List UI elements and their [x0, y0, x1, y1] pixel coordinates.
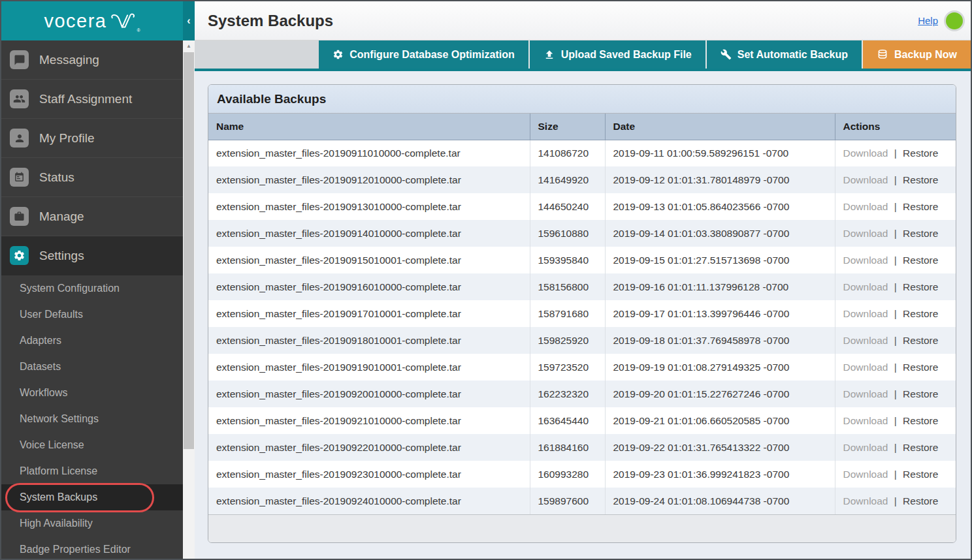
upload-saved-backup-file-button[interactable]: Upload Saved Backup File	[528, 40, 705, 69]
restore-link[interactable]: Restore	[903, 388, 938, 399]
sidebar-item-manage[interactable]: Manage	[1, 197, 183, 236]
backup-row: extension_master_files-20190914010000-co…	[208, 220, 956, 247]
sidebar-rail: ‹ ▲	[183, 1, 195, 559]
sidebar-subitem-high-availability[interactable]: High Availability	[1, 510, 183, 537]
action-separator: |	[894, 174, 897, 185]
download-link[interactable]: Download	[843, 495, 888, 506]
action-separator: |	[894, 415, 897, 426]
download-link[interactable]: Download	[843, 228, 888, 239]
backup-date-cell: 2019-09-17 01:01:13.399796446 -0700	[605, 300, 835, 327]
restore-link[interactable]: Restore	[903, 469, 938, 480]
sidebar-item-status[interactable]: Status	[1, 158, 183, 197]
download-link[interactable]: Download	[843, 362, 888, 373]
set-automatic-backup-button[interactable]: Set Automatic Backup	[705, 40, 862, 69]
toolbar: Configure Database Optimization Upload S…	[195, 40, 971, 71]
backup-table-body: extension_master_files-20190911010000-co…	[208, 140, 956, 514]
restore-link[interactable]: Restore	[903, 442, 938, 453]
restore-link[interactable]: Restore	[903, 201, 938, 212]
restore-link[interactable]: Restore	[903, 495, 938, 506]
configure-database-optimization-button[interactable]: Configure Database Optimization	[319, 40, 528, 69]
sidebar-item-staff-assignment[interactable]: Staff Assignment	[1, 80, 183, 119]
backup-size-cell: 141649920	[530, 166, 605, 193]
backup-row: extension_master_files-20190913010000-co…	[208, 193, 956, 220]
download-link[interactable]: Download	[843, 469, 888, 480]
backup-actions-cell: Download | Restore	[835, 247, 956, 273]
sidebar-item-label: Manage	[39, 210, 84, 224]
backup-actions-cell: Download | Restore	[835, 354, 956, 381]
download-link[interactable]: Download	[843, 308, 888, 319]
scrollbar-up-button[interactable]: ▲	[183, 40, 195, 52]
backup-date-cell: 2019-09-11 01:00:59.589296151 -0700	[605, 140, 835, 166]
download-link[interactable]: Download	[843, 335, 888, 346]
help-link[interactable]: Help	[918, 15, 938, 26]
backup-actions-cell: Download | Restore	[835, 300, 956, 327]
sidebar-subitem-user-defaults[interactable]: User Defaults	[1, 302, 183, 328]
column-header-name: Name	[208, 114, 530, 140]
sidebar-subitem-platform-license[interactable]: Platform License	[1, 458, 183, 484]
backup-size-cell: 161884160	[530, 434, 605, 461]
sidebar-subitem-badge-properties-editor[interactable]: Badge Properties Editor	[1, 537, 183, 559]
backup-name-cell: extension_master_files-20190924010000-co…	[208, 488, 530, 514]
sidebar-item-messaging[interactable]: Messaging	[1, 40, 183, 80]
restore-link[interactable]: Restore	[903, 308, 938, 319]
download-link[interactable]: Download	[843, 148, 888, 159]
sidebar-item-label: My Profile	[39, 131, 94, 146]
restore-link[interactable]: Restore	[903, 362, 938, 373]
subitem-label: User Defaults	[20, 309, 83, 320]
backup-date-cell: 2019-09-14 01:01:03.380890877 -0700	[605, 220, 835, 247]
download-link[interactable]: Download	[843, 174, 888, 185]
sidebar-subitem-adapters[interactable]: Adapters	[1, 328, 183, 354]
restore-link[interactable]: Restore	[903, 174, 938, 185]
sidebar-item-my-profile[interactable]: My Profile	[1, 119, 183, 158]
chat-bubble-icon	[10, 50, 29, 69]
backup-actions-cell: Download | Restore	[835, 273, 956, 300]
sidebar-subitem-network-settings[interactable]: Network Settings	[1, 406, 183, 432]
column-header-size: Size	[530, 114, 605, 140]
sidebar-collapse-button[interactable]: ‹	[183, 1, 195, 40]
backup-name-cell: extension_master_files-20190913010000-co…	[208, 193, 530, 220]
backup-size-cell: 144650240	[530, 193, 605, 220]
backup-actions-cell: Download | Restore	[835, 193, 956, 220]
backup-row: extension_master_files-20190911010000-co…	[208, 140, 956, 166]
download-link[interactable]: Download	[843, 442, 888, 453]
app-window: { "brand": { "logo_text": "vocera", "reg…	[0, 0, 972, 560]
vocera-logo-mark-icon	[109, 12, 137, 31]
backup-date-cell: 2019-09-19 01:01:08.279149325 -0700	[605, 354, 835, 381]
briefcase-icon	[10, 207, 29, 226]
backup-name-cell: extension_master_files-20190918010001-co…	[208, 327, 530, 354]
vocera-logo-text: vocera	[44, 10, 106, 32]
backup-row: extension_master_files-20190915010001-co…	[208, 247, 956, 273]
scrollbar-thumb[interactable]	[184, 52, 194, 449]
download-link[interactable]: Download	[843, 201, 888, 212]
action-separator: |	[894, 469, 897, 480]
sidebar: vocera ® Messaging Staff Assignment	[1, 1, 183, 559]
restore-link[interactable]: Restore	[903, 415, 938, 426]
backup-now-button[interactable]: Backup Now	[862, 40, 971, 69]
sidebar-subitem-datasets[interactable]: Datasets	[1, 354, 183, 380]
logo-bar: vocera ®	[1, 1, 183, 40]
restore-link[interactable]: Restore	[903, 335, 938, 346]
person-icon	[10, 129, 29, 148]
restore-link[interactable]: Restore	[903, 281, 938, 292]
download-link[interactable]: Download	[843, 281, 888, 292]
download-link[interactable]: Download	[843, 255, 888, 266]
restore-link[interactable]: Restore	[903, 148, 938, 159]
download-link[interactable]: Download	[843, 388, 888, 399]
restore-link[interactable]: Restore	[903, 255, 938, 266]
backup-actions-cell: Download | Restore	[835, 488, 956, 514]
action-separator: |	[894, 335, 897, 346]
sidebar-subitem-system-backups[interactable]: System Backups	[1, 484, 183, 510]
sidebar-item-settings[interactable]: Settings	[1, 236, 183, 275]
backup-size-cell: 160993280	[530, 461, 605, 488]
backup-name-cell: extension_master_files-20190920010000-co…	[208, 381, 530, 407]
backups-table: Name Size Date Actions extension_master_…	[208, 114, 956, 514]
table-header-row: Name Size Date Actions	[208, 114, 956, 140]
action-separator: |	[894, 308, 897, 319]
restore-link[interactable]: Restore	[903, 228, 938, 239]
download-link[interactable]: Download	[843, 415, 888, 426]
toolbar-spacer	[195, 40, 319, 69]
backup-actions-cell: Download | Restore	[835, 166, 956, 193]
sidebar-subitem-workflows[interactable]: Workflows	[1, 380, 183, 406]
sidebar-subitem-voice-license[interactable]: Voice License	[1, 432, 183, 458]
sidebar-subitem-system-configuration[interactable]: System Configuration	[1, 275, 183, 302]
